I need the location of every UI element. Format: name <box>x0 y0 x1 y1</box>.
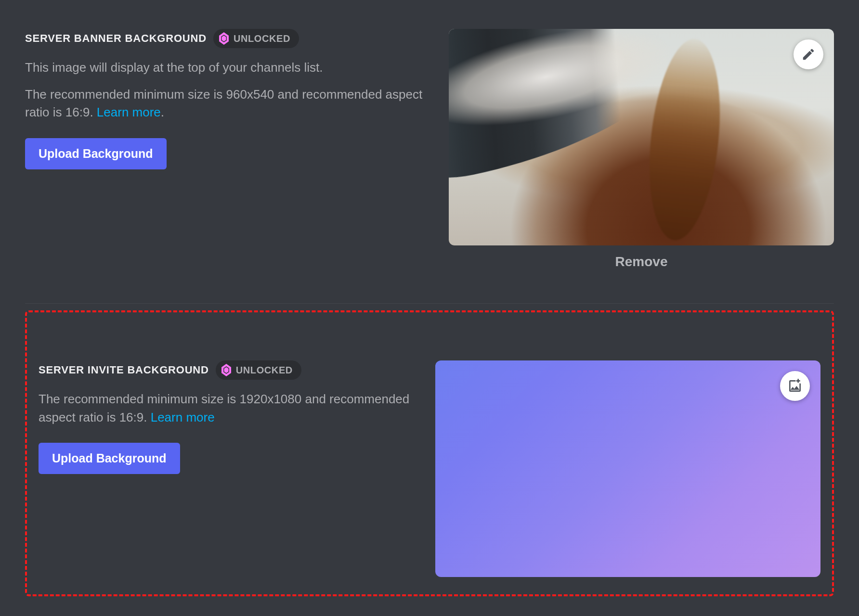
invite-preview-image[interactable] <box>435 360 820 577</box>
image-add-icon <box>787 378 803 394</box>
boost-gem-icon <box>218 32 230 45</box>
banner-remove-link[interactable]: Remove <box>615 254 668 270</box>
banner-right-column: Remove <box>449 29 834 270</box>
banner-left-column: SERVER BANNER BACKGROUND UNLOCKED This i… <box>25 29 430 169</box>
invite-right-column <box>435 360 820 577</box>
banner-unlocked-badge: UNLOCKED <box>213 29 299 48</box>
invite-desc: The recommended minimum size is 1920x108… <box>39 390 416 426</box>
banner-upload-button[interactable]: Upload Background <box>25 138 167 169</box>
invite-left-column: SERVER INVITE BACKGROUND UNLOCKED <box>39 360 416 474</box>
invite-unlocked-text: UNLOCKED <box>236 365 293 376</box>
banner-desc2-suffix: . <box>161 105 164 119</box>
section-divider <box>25 303 834 304</box>
invite-unlocked-badge: UNLOCKED <box>216 360 301 380</box>
banner-heading-row: SERVER BANNER BACKGROUND UNLOCKED <box>25 29 430 48</box>
invite-highlight-annotation: SERVER INVITE BACKGROUND UNLOCKED <box>25 310 834 596</box>
invite-heading: SERVER INVITE BACKGROUND <box>39 364 209 376</box>
invite-learn-more-link[interactable]: Learn more <box>151 410 215 424</box>
invite-add-image-button[interactable] <box>780 371 810 401</box>
banner-heading: SERVER BANNER BACKGROUND <box>25 32 207 45</box>
banner-desc-line1: This image will display at the top of yo… <box>25 59 430 77</box>
invite-upload-button[interactable]: Upload Background <box>39 443 180 474</box>
invite-desc-prefix: The recommended minimum size is 1920x108… <box>39 392 409 424</box>
banner-desc-line2: The recommended minimum size is 960x540 … <box>25 86 430 122</box>
banner-desc2-prefix: The recommended minimum size is 960x540 … <box>25 87 422 120</box>
banner-preview-image <box>449 29 834 245</box>
invite-heading-row: SERVER INVITE BACKGROUND UNLOCKED <box>39 360 416 380</box>
banner-edit-button[interactable] <box>794 39 823 69</box>
server-invite-section: SERVER INVITE BACKGROUND UNLOCKED <box>39 360 820 577</box>
pencil-icon <box>801 47 816 62</box>
banner-learn-more-link[interactable]: Learn more <box>97 105 161 119</box>
server-banner-section: SERVER BANNER BACKGROUND UNLOCKED This i… <box>25 29 834 270</box>
banner-unlocked-text: UNLOCKED <box>234 33 290 44</box>
boost-gem-icon <box>221 363 232 377</box>
